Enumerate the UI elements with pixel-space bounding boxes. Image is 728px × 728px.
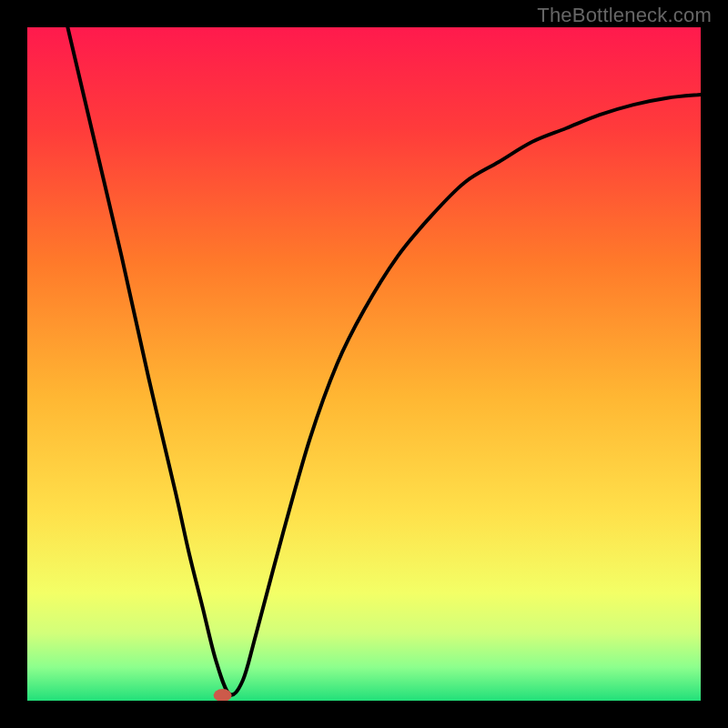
chart-frame: TheBottleneck.com <box>0 0 728 728</box>
gradient-background <box>27 27 701 701</box>
chart-svg <box>27 27 701 701</box>
plot-area <box>27 27 701 701</box>
watermark-text: TheBottleneck.com <box>537 4 712 27</box>
